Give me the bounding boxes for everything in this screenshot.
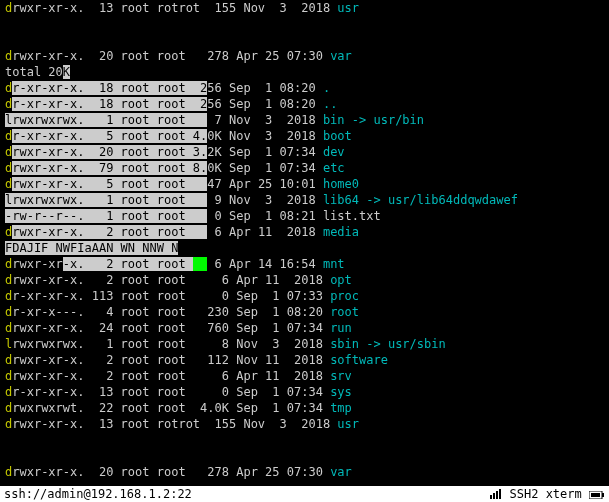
text-segment: 2K Sep 1 07:34	[207, 145, 323, 159]
text-segment: .	[323, 81, 330, 95]
text-segment: 6 Apr 11 2018	[207, 225, 323, 239]
signal-icon	[490, 489, 502, 499]
terminal-line: drwxr-xr-x. 20 root root 278 Apr 25 07:3…	[5, 48, 604, 64]
status-bar: ssh://admin@192.168.1.2:22 SSH2 xterm	[0, 486, 609, 502]
terminal-line: lrwxrwxrwx. 1 root root 7 Nov 3 2018 bin…	[5, 112, 604, 128]
terminal-line	[5, 448, 604, 464]
text-segment: proc	[330, 289, 359, 303]
text-segment: var	[330, 49, 352, 63]
status-right-text: SSH2 xterm	[510, 487, 589, 501]
text-segment: rwxr-xr-x. 20 root root 278 Apr 25 07:30	[12, 49, 330, 63]
text-segment: root	[330, 305, 359, 319]
text-segment: sys	[330, 385, 352, 399]
text-segment: srv	[330, 369, 352, 383]
text-segment: -rw-r--r--. 1 root root	[5, 209, 207, 223]
status-right: SSH2 xterm	[490, 486, 605, 502]
text-segment: dev	[323, 145, 345, 159]
svg-rect-2	[496, 491, 498, 499]
text-segment: tmp	[330, 401, 352, 415]
text-segment: 6 Apr 14 16:54	[207, 257, 323, 271]
terminal-line: drwxr-xr-x. 5 root root 47 Apr 25 10:01 …	[5, 176, 604, 192]
text-segment: 56 Sep 1 08:20	[207, 97, 323, 111]
text-segment: run	[330, 321, 352, 335]
svg-rect-6	[591, 493, 600, 497]
text-segment: rwxr-xr	[12, 257, 63, 271]
terminal-line: dr-xr-x---. 4 root root 230 Sep 1 08:20 …	[5, 304, 604, 320]
terminal-line	[5, 432, 604, 448]
terminal-line: drwxr-xr-x. 24 root root 760 Sep 1 07:34…	[5, 320, 604, 336]
text-segment: rwxr-xr-x. 79 root root 8.	[12, 161, 207, 175]
text-segment	[5, 433, 12, 447]
terminal-line: dr-xr-xr-x. 5 root root 4.0K Nov 3 2018 …	[5, 128, 604, 144]
text-segment: rwxr-xr-x. 2 root root 6 Apr 11 2018	[12, 369, 330, 383]
text-segment: rwxr-xr-x. 13 root rotrot 155 Nov 3 2018	[12, 417, 337, 431]
svg-rect-3	[499, 489, 501, 499]
text-segment: rwxrwxrwx. 1 root root 8 Nov 3 2018	[12, 337, 330, 351]
svg-rect-1	[493, 493, 495, 499]
terminal-line: drwxr-xr-x. 2 root root 6 Apr 11 2018 op…	[5, 272, 604, 288]
svg-rect-0	[490, 495, 492, 499]
text-segment: boot	[323, 129, 352, 143]
text-segment: etc	[323, 161, 345, 175]
text-segment: rwxr-xr-x. 5 root root	[12, 177, 207, 191]
terminal-viewport[interactable]: drwxr-xr-x. 13 root rotrot 155 Nov 3 201…	[0, 0, 609, 502]
text-segment: lrwxrwxrwx. 1 root root	[5, 113, 207, 127]
terminal-line: drwxr-xr-x. 13 root rotrot 155 Nov 3 201…	[5, 0, 604, 16]
terminal-line: lrwxrwxrwx. 1 root root 8 Nov 3 2018 sbi…	[5, 336, 604, 352]
text-segment: 0 Sep 1 08:21 list.txt	[207, 209, 380, 223]
terminal-line: total 20K	[5, 64, 604, 80]
terminal-line: drwxr-xr-x. 2 root root 112 Nov 11 2018 …	[5, 352, 604, 368]
text-segment: media	[323, 225, 359, 239]
text-segment: 0K Sep 1 07:34	[207, 161, 323, 175]
text-segment: r-xr-xr-x. 113 root root 0 Sep 1 07:33	[12, 289, 330, 303]
terminal-line: dr-xr-xr-x. 13 root root 0 Sep 1 07:34 s…	[5, 384, 604, 400]
terminal-line: -rw-r--r--. 1 root root 0 Sep 1 08:21 li…	[5, 208, 604, 224]
text-segment: usr	[337, 1, 359, 15]
text-segment: software	[330, 353, 388, 367]
status-left: ssh://admin@192.168.1.2:22	[4, 486, 192, 502]
text-segment: var	[330, 465, 352, 479]
text-segment: 0K Nov 3 2018	[207, 129, 323, 143]
terminal-line: drwxr-xr-x. 2 root root 6 Apr 11 2018 sr…	[5, 368, 604, 384]
battery-icon	[589, 491, 605, 499]
text-segment: rwxr-xr-x. 2 root root 6 Apr 11 2018	[12, 273, 330, 287]
text-segment: usr	[337, 417, 359, 431]
terminal-line: lrwxrwxrwx. 1 root root 9 Nov 3 2018 lib…	[5, 192, 604, 208]
text-segment: FDAJIF NWFIaAAN WN NNW N	[5, 241, 178, 255]
terminal-line: drwxr-xr-x. 20 root root 278 Apr 25 07:3…	[5, 464, 604, 480]
text-segment: r-xr-xr-x. 5 root root 4.	[12, 129, 207, 143]
terminal-line: dr-xr-xr-x. 18 root root 256 Sep 1 08:20…	[5, 96, 604, 112]
text-segment: r-xr-x---. 4 root root 230 Sep 1 08:20	[12, 305, 330, 319]
terminal-line: drwxr-xr-x. 20 root root 3.2K Sep 1 07:3…	[5, 144, 604, 160]
terminal-line: drwxr-xr-x. 2 root root 6 Apr 11 2018 me…	[5, 224, 604, 240]
text-segment	[5, 449, 12, 463]
text-segment: 9 Nov 3 2018	[207, 193, 323, 207]
terminal-line	[5, 16, 604, 32]
terminal-line: drwxr-xr-x. 79 root root 8.0K Sep 1 07:3…	[5, 160, 604, 176]
text-segment: rwxr-xr-x. 24 root root 760 Sep 1 07:34	[12, 321, 330, 335]
text-segment: home0	[323, 177, 359, 191]
text-segment: lib64 -> usr/lib64ddqwdawef	[323, 193, 518, 207]
text-segment: 56 Sep 1 08:20	[207, 81, 323, 95]
terminal-line: dr-xr-xr-x. 113 root root 0 Sep 1 07:33 …	[5, 288, 604, 304]
text-segment: sbin -> usr/sbin	[330, 337, 446, 351]
terminal-line: dr-xr-xr-x. 18 root root 256 Sep 1 08:20…	[5, 80, 604, 96]
text-segment: K	[63, 65, 70, 79]
text-segment: rwxr-xr-x. 20 root root 3.	[12, 145, 207, 159]
text-segment: r-xr-xr-x. 18 root root 2	[12, 81, 207, 95]
text-segment: total 20	[5, 65, 63, 79]
text-segment: r-xr-xr-x. 18 root root 2	[12, 97, 207, 111]
terminal-line: FDAJIF NWFIaAAN WN NNW N	[5, 240, 604, 256]
text-segment: 47 Apr 25 10:01	[207, 177, 323, 191]
text-segment: rwxr-xr-x. 13 root rotrot 155 Nov 3 2018	[12, 1, 337, 15]
text-segment	[5, 17, 12, 31]
text-segment: rwxr-xr-x. 2 root root	[12, 225, 207, 239]
text-segment: rwxr-xr-x. 20 root root 278 Apr 25 07:30	[12, 465, 330, 479]
text-segment	[193, 257, 207, 271]
text-segment: 7 Nov 3 2018	[207, 113, 323, 127]
text-segment	[5, 33, 12, 47]
text-segment: bin -> usr/bin	[323, 113, 424, 127]
text-segment: rwxrwxrwt. 22 root root 4.0K Sep 1 07:34	[12, 401, 330, 415]
text-segment: mnt	[323, 257, 345, 271]
terminal-line	[5, 32, 604, 48]
